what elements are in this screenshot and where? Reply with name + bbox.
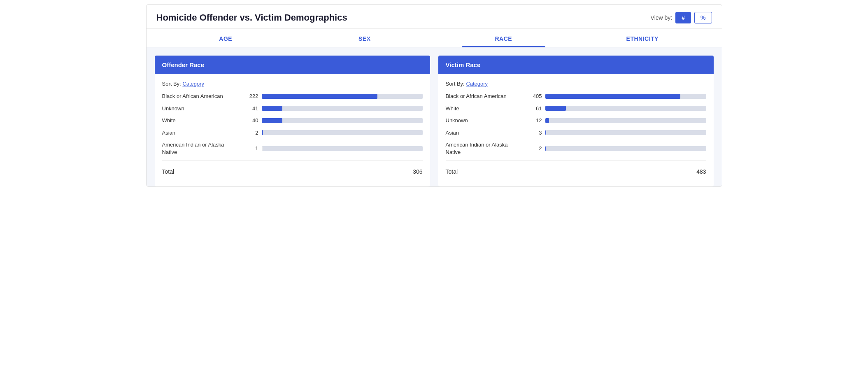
row-label: American Indian or Alaska Native bbox=[162, 141, 240, 156]
offender-total-value: 306 bbox=[413, 168, 422, 175]
row-value: 2 bbox=[527, 145, 542, 151]
table-row: White 61 bbox=[446, 105, 706, 112]
row-value: 2 bbox=[244, 130, 258, 136]
row-value: 41 bbox=[244, 105, 258, 112]
bar-fill bbox=[545, 94, 680, 99]
view-percent-button[interactable]: % bbox=[694, 12, 712, 23]
offender-total-row: Total 306 bbox=[162, 165, 423, 180]
bar-fill bbox=[262, 94, 378, 99]
row-label: Asian bbox=[446, 129, 524, 137]
bar-container bbox=[262, 130, 423, 135]
bar-fill bbox=[262, 146, 263, 151]
table-row: White 40 bbox=[162, 117, 423, 124]
page-title: Homicide Offender vs. Victim Demographic… bbox=[156, 12, 347, 23]
bar-fill bbox=[262, 106, 283, 111]
table-row: Black or African American 222 bbox=[162, 93, 423, 100]
offender-sort-link[interactable]: Category bbox=[182, 81, 204, 87]
row-label: White bbox=[446, 105, 524, 112]
row-value: 12 bbox=[527, 117, 542, 123]
bar-container bbox=[545, 146, 706, 151]
page-wrapper: Homicide Offender vs. Victim Demographic… bbox=[146, 4, 722, 187]
row-label: Asian bbox=[162, 129, 240, 137]
tab-age[interactable]: AGE bbox=[156, 29, 296, 47]
row-value: 1 bbox=[244, 145, 258, 151]
tab-race[interactable]: RACE bbox=[434, 29, 573, 47]
row-label: Black or African American bbox=[446, 93, 524, 100]
bar-fill bbox=[262, 130, 263, 135]
offender-divider bbox=[162, 161, 423, 161]
bar-container bbox=[545, 106, 706, 111]
victim-total-row: Total 483 bbox=[446, 165, 706, 180]
victim-total-value: 483 bbox=[696, 168, 706, 175]
table-row: Unknown 41 bbox=[162, 105, 423, 112]
row-label: Unknown bbox=[162, 105, 240, 112]
tab-bar: AGE SEX RACE ETHNICITY bbox=[147, 29, 722, 47]
bar-container bbox=[545, 118, 706, 123]
view-count-button[interactable]: # bbox=[675, 12, 691, 23]
bar-fill bbox=[262, 118, 283, 123]
victim-panel: Victim Race Sort By: Category Black or A… bbox=[438, 56, 714, 186]
tab-ethnicity[interactable]: ETHNICITY bbox=[573, 29, 712, 47]
bar-container bbox=[262, 106, 423, 111]
row-value: 40 bbox=[244, 117, 258, 123]
bar-fill bbox=[545, 130, 546, 135]
row-label: Black or African American bbox=[162, 93, 240, 100]
bar-container bbox=[545, 94, 706, 99]
victim-panel-body: Sort By: Category Black or African Ameri… bbox=[438, 74, 714, 186]
offender-panel-header: Offender Race bbox=[155, 56, 430, 74]
victim-sort-row: Sort By: Category bbox=[446, 81, 706, 87]
victim-sort-link[interactable]: Category bbox=[466, 81, 488, 87]
offender-sort-row: Sort By: Category bbox=[162, 81, 423, 87]
view-by-label: View by: bbox=[651, 14, 673, 21]
table-row: Unknown 12 bbox=[446, 117, 706, 124]
table-row: Black or African American 405 bbox=[446, 93, 706, 100]
table-row: American Indian or Alaska Native 1 bbox=[162, 141, 423, 156]
victim-panel-header: Victim Race bbox=[438, 56, 714, 74]
row-value: 222 bbox=[244, 93, 258, 99]
offender-data-rows: Black or African American 222 Unknown 41… bbox=[162, 93, 423, 156]
offender-panel: Offender Race Sort By: Category Black or… bbox=[155, 56, 430, 186]
row-label: American Indian or Alaska Native bbox=[446, 141, 524, 156]
row-value: 61 bbox=[527, 105, 542, 112]
bar-fill bbox=[545, 146, 546, 151]
header: Homicide Offender vs. Victim Demographic… bbox=[147, 5, 722, 29]
row-value: 405 bbox=[527, 93, 542, 99]
table-row: American Indian or Alaska Native 2 bbox=[446, 141, 706, 156]
view-by-controls: View by: # % bbox=[651, 12, 712, 23]
victim-sort-label: Sort By: bbox=[446, 81, 465, 87]
bar-container bbox=[262, 94, 423, 99]
row-value: 3 bbox=[527, 130, 542, 136]
tab-sex[interactable]: SEX bbox=[295, 29, 434, 47]
victim-data-rows: Black or African American 405 White 61 U… bbox=[446, 93, 706, 156]
bar-container bbox=[262, 146, 423, 151]
content-area: Offender Race Sort By: Category Black or… bbox=[147, 47, 722, 186]
table-row: Asian 2 bbox=[162, 129, 423, 137]
offender-panel-body: Sort By: Category Black or African Ameri… bbox=[155, 74, 430, 186]
offender-sort-label: Sort By: bbox=[162, 81, 181, 87]
row-label: Unknown bbox=[446, 117, 524, 124]
bar-fill bbox=[545, 118, 549, 123]
victim-total-label: Total bbox=[446, 168, 458, 175]
bar-container bbox=[262, 118, 423, 123]
bar-fill bbox=[545, 106, 566, 111]
offender-total-label: Total bbox=[162, 168, 175, 175]
table-row: Asian 3 bbox=[446, 129, 706, 137]
victim-divider bbox=[446, 161, 706, 161]
bar-container bbox=[545, 130, 706, 135]
row-label: White bbox=[162, 117, 240, 124]
